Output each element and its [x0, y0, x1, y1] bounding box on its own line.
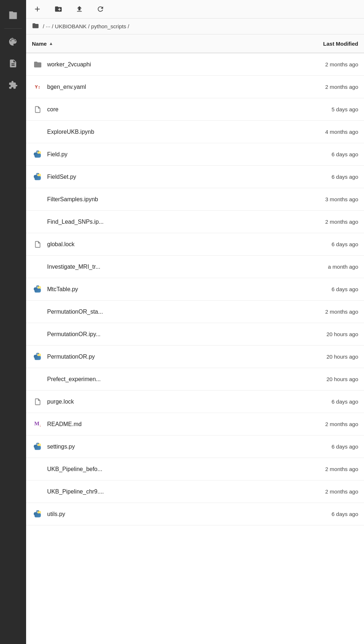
file-name: bgen_env.yaml — [47, 84, 278, 90]
app-container: / ··· / UKBIOBANK / python_scripts / Nam… — [0, 0, 364, 644]
table-row[interactable]: UKB_Pipeline_befo... 2 months ago — [26, 458, 364, 480]
sidebar-item-extensions[interactable] — [0, 74, 26, 96]
file-name: README.md — [47, 421, 278, 428]
table-row[interactable]: utils.py 6 days ago — [26, 503, 364, 525]
table-row[interactable]: global.lock 6 days ago — [26, 233, 364, 256]
file-name: UKB_Pipeline_befo... — [47, 466, 278, 472]
table-row[interactable]: ExploreUKB.ipynb 4 months ago — [26, 121, 364, 143]
table-row[interactable]: Y: bgen_env.yaml 2 months ago — [26, 76, 364, 98]
breadcrumb-path: / ··· / UKBIOBANK / python_scripts / — [43, 23, 129, 29]
file-name: UKB_Pipeline_chr9.... — [47, 488, 278, 495]
file-name: global.lock — [47, 241, 278, 248]
file-modified: 20 hours ago — [278, 354, 358, 360]
sidebar-item-page[interactable] — [0, 53, 26, 74]
file-icon — [32, 329, 44, 340]
file-name: Find_Lead_SNPs.ip... — [47, 219, 278, 225]
file-icon — [32, 351, 44, 363]
file-modified: 2 months ago — [278, 466, 358, 472]
file-icon — [32, 396, 44, 408]
table-row[interactable]: FieldSet.py 6 days ago — [26, 166, 364, 188]
file-name: core — [47, 106, 278, 113]
main-content: / ··· / UKBIOBANK / python_scripts / Nam… — [26, 0, 364, 644]
toolbar — [26, 0, 364, 18]
upload-button[interactable] — [74, 4, 85, 15]
col-name-label: Name — [32, 41, 47, 47]
file-icon — [32, 149, 44, 160]
file-icon — [32, 171, 44, 183]
file-icon — [32, 486, 44, 498]
file-modified: 20 hours ago — [278, 376, 358, 382]
table-row[interactable]: settings.py 6 days ago — [26, 435, 364, 458]
file-icon — [32, 216, 44, 228]
file-icon — [32, 373, 44, 385]
file-list: worker_2vcuaphi 2 months ago Y: bgen_env… — [26, 53, 364, 525]
table-row[interactable]: Find_Lead_SNPs.ip... 2 months ago — [26, 211, 364, 233]
file-name: FieldSet.py — [47, 174, 278, 180]
breadcrumb: / ··· / UKBIOBANK / python_scripts / — [26, 18, 364, 34]
file-icon: Y: — [32, 81, 44, 93]
file-name: MtcTable.py — [47, 286, 278, 293]
table-row[interactable]: Field.py 6 days ago — [26, 143, 364, 166]
file-name: purge.lock — [47, 399, 278, 405]
table-row[interactable]: core 5 days ago — [26, 98, 364, 121]
sidebar-files-icon[interactable] — [0, 4, 26, 26]
file-modified: 2 months ago — [278, 84, 358, 90]
file-modified: 6 days ago — [278, 151, 358, 157]
file-name: Investigate_MRI_tr... — [47, 264, 278, 270]
file-icon — [32, 441, 44, 453]
file-icon — [32, 126, 44, 138]
table-row[interactable]: Prefect_experimen... 20 hours ago — [26, 368, 364, 391]
col-name-header[interactable]: Name ▲ — [32, 41, 278, 47]
file-icon — [32, 194, 44, 205]
col-modified-header[interactable]: Last Modified — [278, 41, 358, 47]
new-folder-button[interactable] — [53, 4, 64, 15]
sidebar-item-palette[interactable] — [0, 31, 26, 53]
file-table: Name ▲ Last Modified worker_2vcuaphi 2 m… — [26, 34, 364, 644]
file-modified: 5 days ago — [278, 106, 358, 112]
file-name: utils.py — [47, 511, 278, 517]
file-icon — [32, 261, 44, 273]
table-row[interactable]: PermutationOR_sta... 2 months ago — [26, 301, 364, 323]
file-name: settings.py — [47, 443, 278, 450]
file-modified: 6 days ago — [278, 443, 358, 450]
file-modified: 6 days ago — [278, 174, 358, 180]
file-modified: 2 months ago — [278, 219, 358, 225]
table-row[interactable]: MtcTable.py 6 days ago — [26, 278, 364, 301]
file-modified: 20 hours ago — [278, 331, 358, 337]
table-row[interactable]: Investigate_MRI_tr... a month ago — [26, 256, 364, 278]
refresh-button[interactable] — [95, 4, 106, 15]
file-name: PermutationOR_sta... — [47, 309, 278, 315]
file-modified: 2 months ago — [278, 61, 358, 67]
table-row[interactable]: PermutationOR.ipy... 20 hours ago — [26, 323, 364, 346]
file-modified: a month ago — [278, 264, 358, 270]
file-icon: M↓ — [32, 418, 44, 430]
file-icon — [32, 284, 44, 295]
file-modified: 2 months ago — [278, 309, 358, 315]
new-file-button[interactable] — [32, 4, 43, 15]
file-modified: 6 days ago — [278, 399, 358, 405]
file-name: FilterSamples.ipynb — [47, 196, 278, 203]
table-header: Name ▲ Last Modified — [26, 34, 364, 53]
sort-arrow: ▲ — [49, 41, 53, 46]
file-name: Field.py — [47, 151, 278, 158]
file-modified: 6 days ago — [278, 286, 358, 292]
file-modified: 2 months ago — [278, 488, 358, 495]
table-row[interactable]: UKB_Pipeline_chr9.... 2 months ago — [26, 480, 364, 503]
file-name: PermutationOR.py — [47, 354, 278, 360]
file-modified: 2 months ago — [278, 421, 358, 427]
breadcrumb-folder-icon — [32, 22, 39, 30]
file-name: worker_2vcuaphi — [47, 61, 278, 68]
file-name: Prefect_experimen... — [47, 376, 278, 383]
file-icon — [32, 463, 44, 475]
file-modified: 3 months ago — [278, 196, 358, 202]
table-row[interactable]: worker_2vcuaphi 2 months ago — [26, 53, 364, 76]
table-row[interactable]: FilterSamples.ipynb 3 months ago — [26, 188, 364, 211]
table-row[interactable]: M↓ README.md 2 months ago — [26, 413, 364, 435]
file-modified: 6 days ago — [278, 511, 358, 517]
table-row[interactable]: PermutationOR.py 20 hours ago — [26, 346, 364, 368]
file-modified: 6 days ago — [278, 241, 358, 247]
file-icon — [32, 59, 44, 70]
file-icon — [32, 508, 44, 520]
table-row[interactable]: purge.lock 6 days ago — [26, 391, 364, 413]
file-modified: 4 months ago — [278, 129, 358, 135]
